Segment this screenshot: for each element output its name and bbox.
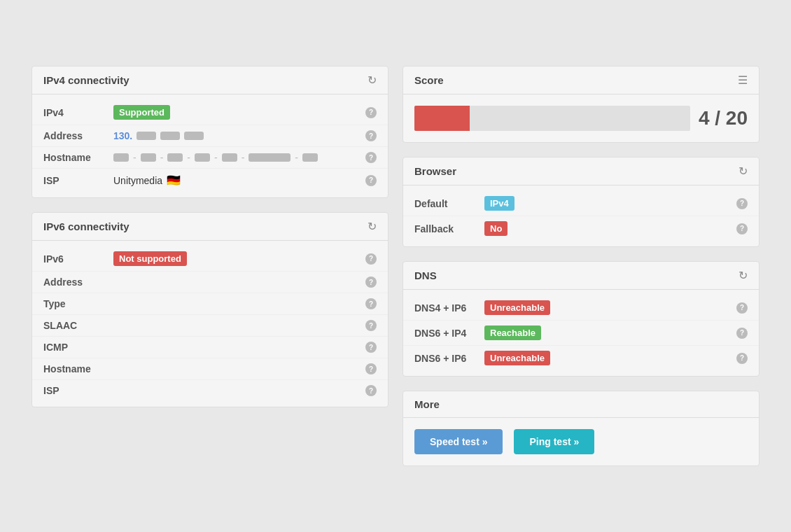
ipv6-address-label: Address <box>43 276 113 288</box>
hostname-value: - - - - - - <box>113 152 365 163</box>
ipv6-label: IPv6 <box>43 253 113 265</box>
dns4-ip6-value: Unreachable <box>484 300 736 315</box>
ipv6-info-icon[interactable]: ? <box>365 253 377 265</box>
ipv4-badge: Supported <box>113 105 170 120</box>
speed-test-button[interactable]: Speed test » <box>414 429 503 454</box>
ipv6-card-header: IPv6 connectivity ↻ <box>32 213 388 241</box>
type-info-icon[interactable]: ? <box>365 298 377 309</box>
ipv4-info-icon[interactable]: ? <box>365 107 377 118</box>
left-column: IPv4 connectivity ↻ IPv4 Supported ? Add… <box>31 66 388 407</box>
ipv4-card-header: IPv4 connectivity ↻ <box>32 66 388 94</box>
more-card-body: Speed test » Ping test » <box>403 418 759 465</box>
table-row: Address ? <box>32 272 388 293</box>
ip-segment-2 <box>160 132 180 140</box>
dns6-ip6-value: Unreachable <box>484 351 736 365</box>
default-badge: IPv4 <box>484 196 514 211</box>
ipv6-badge: Not supported <box>113 251 187 266</box>
dns-refresh-icon[interactable]: ↻ <box>738 269 748 282</box>
dns6-ip6-label: DNS6 + IP6 <box>414 353 484 364</box>
dns4-ip6-info-icon[interactable]: ? <box>736 302 748 314</box>
dns6-ip6-info-icon[interactable]: ? <box>736 353 748 364</box>
slaac-label: SLAAC <box>43 320 113 331</box>
fallback-value: No <box>484 221 736 236</box>
ipv6-title: IPv6 connectivity <box>43 220 130 232</box>
score-bar-outer <box>414 106 690 131</box>
ipv6-hostname-info-icon[interactable]: ? <box>365 363 377 374</box>
browser-title: Browser <box>414 165 456 177</box>
ping-test-button[interactable]: Ping test » <box>514 429 594 454</box>
score-value: 4 / 20 <box>699 107 748 130</box>
table-row: ISP ? <box>32 380 388 401</box>
table-row: Address 130. ? <box>32 125 388 147</box>
score-list-icon[interactable]: ☰ <box>738 74 748 87</box>
dns-title: DNS <box>414 270 437 281</box>
dns-card-header: DNS ↻ <box>403 262 759 290</box>
table-row: ISP Unitymedia 🇩🇪 ? <box>32 169 388 192</box>
dns6-ip4-info-icon[interactable]: ? <box>736 328 748 339</box>
hostname-label: Hostname <box>43 152 113 163</box>
ip-segment-3 <box>184 132 204 140</box>
address-info-icon[interactable]: ? <box>365 130 377 141</box>
score-card-header: Score ☰ <box>403 66 759 94</box>
ipv4-card: IPv4 connectivity ↻ IPv4 Supported ? Add… <box>31 66 388 198</box>
more-title: More <box>414 398 440 410</box>
table-row: DNS4 + IP6 Unreachable ? <box>403 295 759 321</box>
address-label: Address <box>43 130 113 141</box>
ipv4-label: IPv4 <box>43 107 113 118</box>
table-row: IPv6 Not supported ? <box>32 246 388 272</box>
hn-seg <box>302 153 318 162</box>
isp-value: Unitymedia 🇩🇪 <box>113 174 365 187</box>
right-column: Score ☰ 4 / 20 Browser ↻ Default IPv4 <box>402 66 760 466</box>
dns4-ip6-label: DNS4 + IP6 <box>414 302 484 314</box>
isp-name: Unitymedia <box>113 175 162 186</box>
table-row: ICMP ? <box>32 337 388 358</box>
ipv6-hostname-label: Hostname <box>43 363 113 374</box>
ipv4-title: IPv4 connectivity <box>43 74 130 86</box>
hn-seg-long <box>248 153 290 162</box>
browser-refresh-icon[interactable]: ↻ <box>738 164 748 178</box>
fallback-badge: No <box>484 221 507 236</box>
dns6-ip4-label: DNS6 + IP4 <box>414 328 484 339</box>
table-row: Type ? <box>32 293 388 315</box>
ipv4-refresh-icon[interactable]: ↻ <box>368 74 377 87</box>
dns6-ip4-value: Reachable <box>484 326 736 340</box>
hostname-info-icon[interactable]: ? <box>365 152 377 163</box>
ipv6-isp-info-icon[interactable]: ? <box>365 385 377 396</box>
hn-seg <box>167 153 183 162</box>
dns-card: DNS ↻ DNS4 + IP6 Unreachable ? DNS6 + IP… <box>402 261 760 377</box>
browser-card: Browser ↻ Default IPv4 ? Fallback No ? <box>402 157 760 247</box>
table-row: Hostname - - - - - - <box>32 147 388 169</box>
ipv4-value: Supported <box>113 105 365 120</box>
ip-prefix: 130. <box>113 130 132 141</box>
ipv6-card-body: IPv6 Not supported ? Address ? Type ? <box>32 241 388 407</box>
isp-info-icon[interactable]: ? <box>365 175 377 186</box>
ipv4-card-body: IPv4 Supported ? Address 130. ? <box>32 94 388 197</box>
slaac-info-icon[interactable]: ? <box>365 320 377 331</box>
fallback-info-icon[interactable]: ? <box>736 223 748 234</box>
browser-card-header: Browser ↻ <box>403 158 759 186</box>
score-bar-inner <box>414 106 470 131</box>
more-card: More Speed test » Ping test » <box>402 391 760 466</box>
ip-segment-1 <box>136 132 156 140</box>
table-row: Default IPv4 ? <box>403 191 759 216</box>
main-container: IPv4 connectivity ↻ IPv4 Supported ? Add… <box>18 45 774 487</box>
icmp-info-icon[interactable]: ? <box>365 342 377 353</box>
ipv6-isp-label: ISP <box>43 385 113 396</box>
hn-seg <box>113 153 129 162</box>
table-row: Fallback No ? <box>403 216 759 241</box>
ipv6-value: Not supported <box>113 251 365 266</box>
table-row: Hostname ? <box>32 358 388 380</box>
score-title: Score <box>414 74 444 86</box>
default-info-icon[interactable]: ? <box>736 198 748 209</box>
default-value: IPv4 <box>484 196 736 211</box>
hn-seg <box>141 153 156 162</box>
default-label: Default <box>414 198 484 209</box>
table-row: DNS6 + IP6 Unreachable ? <box>403 346 759 370</box>
more-card-header: More <box>403 391 759 418</box>
fallback-label: Fallback <box>414 223 484 234</box>
table-row: DNS6 + IP4 Reachable ? <box>403 321 759 346</box>
score-card: Score ☰ 4 / 20 <box>402 66 760 143</box>
ipv6-refresh-icon[interactable]: ↻ <box>368 220 377 233</box>
type-label: Type <box>43 298 113 309</box>
ipv6-address-info-icon[interactable]: ? <box>365 276 377 288</box>
